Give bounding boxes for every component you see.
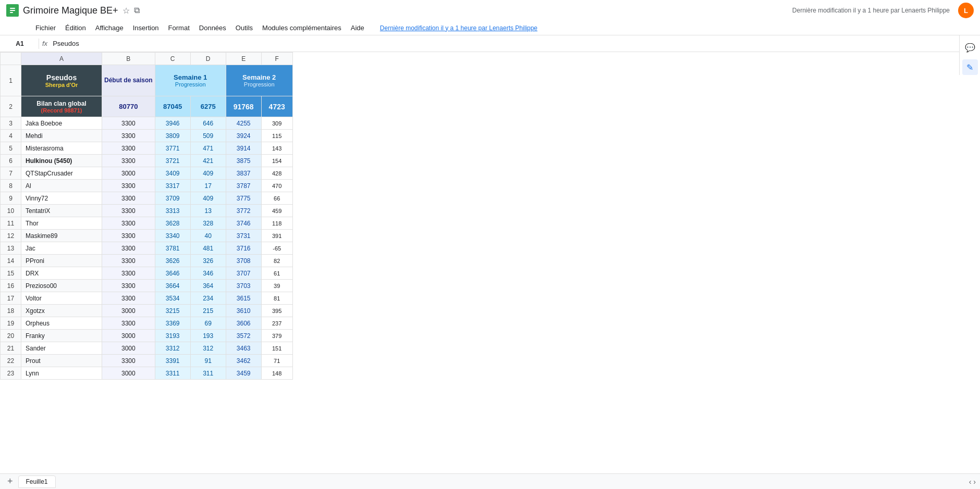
cell-e-21[interactable]: 3463 [226, 342, 261, 355]
cell-c-19[interactable]: 3369 [155, 317, 190, 330]
cell-b-16[interactable]: 3300 [102, 280, 155, 292]
col-header-c[interactable]: C [155, 53, 190, 65]
cell-b-20[interactable]: 3000 [102, 330, 155, 342]
cell-f-23[interactable]: 148 [261, 367, 292, 380]
cell-c-15[interactable]: 3646 [155, 267, 190, 280]
cell-e-19[interactable]: 3606 [226, 317, 261, 330]
menu-format[interactable]: Format [164, 22, 194, 33]
menu-donnees[interactable]: Données [195, 22, 230, 33]
cell-c-4[interactable]: 3809 [155, 130, 190, 142]
sheet-tab-1[interactable]: Feuille1 [18, 475, 56, 488]
cell-e-11[interactable]: 3746 [226, 217, 261, 230]
menu-modules[interactable]: Modules complémentaires [258, 22, 346, 33]
cell-d-23[interactable]: 311 [190, 367, 226, 380]
cell-b-23[interactable]: 3000 [102, 367, 155, 380]
cell-cd1[interactable]: Semaine 1 Progression [155, 65, 226, 96]
cell-f-12[interactable]: 391 [261, 230, 292, 242]
cell-d-9[interactable]: 409 [190, 192, 226, 205]
cell-e-4[interactable]: 3924 [226, 130, 261, 142]
cell-c-7[interactable]: 3409 [155, 167, 190, 180]
menu-aide[interactable]: Aide [347, 22, 369, 33]
cell-b-10[interactable]: 3300 [102, 205, 155, 217]
col-header-f[interactable]: F [261, 53, 292, 65]
cell-e-18[interactable]: 3610 [226, 305, 261, 317]
cell-e-13[interactable]: 3716 [226, 242, 261, 255]
cell-b-14[interactable]: 3300 [102, 255, 155, 267]
cell-b-19[interactable]: 3300 [102, 317, 155, 330]
cell-b-9[interactable]: 3300 [102, 192, 155, 205]
col-header-b[interactable]: B [102, 53, 155, 65]
cell-name-12[interactable]: Maskime89 [21, 230, 102, 242]
cell-f-10[interactable]: 459 [261, 205, 292, 217]
cell-d-4[interactable]: 509 [190, 130, 226, 142]
cell-d-14[interactable]: 326 [190, 255, 226, 267]
cell-b-5[interactable]: 3300 [102, 142, 155, 155]
cell-f-16[interactable]: 39 [261, 280, 292, 292]
cell-c-8[interactable]: 3317 [155, 180, 190, 192]
cell-e-16[interactable]: 3703 [226, 280, 261, 292]
cell-d-20[interactable]: 193 [190, 330, 226, 342]
cell-b-3[interactable]: 3300 [102, 117, 155, 130]
cell-name-16[interactable]: Prezioso00 [21, 280, 102, 292]
cell-f-4[interactable]: 115 [261, 130, 292, 142]
cell-name-14[interactable]: PProni [21, 255, 102, 267]
cell-name-13[interactable]: Jac [21, 242, 102, 255]
cell-c2[interactable]: 87045 [155, 96, 190, 117]
cell-f-9[interactable]: 66 [261, 192, 292, 205]
cell-f-5[interactable]: 143 [261, 142, 292, 155]
settings-panel-icon[interactable]: ✎ [962, 59, 978, 75]
cell-b2[interactable]: 80770 [102, 96, 155, 117]
cell-c-21[interactable]: 3312 [155, 342, 190, 355]
cell-d-6[interactable]: 421 [190, 155, 226, 167]
cell-name-5[interactable]: Misterasroma [21, 142, 102, 155]
cell-b-22[interactable]: 3300 [102, 355, 155, 367]
sheet-next[interactable]: › [973, 478, 976, 486]
cell-c-17[interactable]: 3534 [155, 292, 190, 305]
cell-d-11[interactable]: 328 [190, 217, 226, 230]
cell-f-19[interactable]: 237 [261, 317, 292, 330]
cell-d-19[interactable]: 69 [190, 317, 226, 330]
cell-c-22[interactable]: 3391 [155, 355, 190, 367]
cell-b-17[interactable]: 3300 [102, 292, 155, 305]
cell-c-3[interactable]: 3946 [155, 117, 190, 130]
cell-c-14[interactable]: 3626 [155, 255, 190, 267]
avatar[interactable]: L [958, 3, 974, 18]
cell-c-12[interactable]: 3340 [155, 230, 190, 242]
cell-name-22[interactable]: Prout [21, 355, 102, 367]
cell-f-14[interactable]: 82 [261, 255, 292, 267]
cell-f-22[interactable]: 71 [261, 355, 292, 367]
cell-a2[interactable]: Bilan clan global (Record 98871) [21, 96, 102, 117]
cell-c-23[interactable]: 3311 [155, 367, 190, 380]
cell-e-23[interactable]: 3459 [226, 367, 261, 380]
cell-e-5[interactable]: 3914 [226, 142, 261, 155]
folder-icon[interactable]: ⧉ [134, 6, 140, 15]
cell-f-18[interactable]: 395 [261, 305, 292, 317]
col-header-e[interactable]: E [226, 53, 261, 65]
cell-f-20[interactable]: 379 [261, 330, 292, 342]
chat-panel-icon[interactable]: 💬 [962, 40, 978, 55]
cell-e-15[interactable]: 3707 [226, 267, 261, 280]
cell-f-11[interactable]: 118 [261, 217, 292, 230]
cell-d-22[interactable]: 91 [190, 355, 226, 367]
cell-d-16[interactable]: 364 [190, 280, 226, 292]
cell-c-9[interactable]: 3709 [155, 192, 190, 205]
cell-c-11[interactable]: 3628 [155, 217, 190, 230]
cell-name-6[interactable]: Hulkinou (5450) [21, 155, 102, 167]
cell-e-8[interactable]: 3787 [226, 180, 261, 192]
cell-c-5[interactable]: 3771 [155, 142, 190, 155]
cell-c-16[interactable]: 3664 [155, 280, 190, 292]
sheet-prev[interactable]: ‹ [969, 478, 972, 486]
cell-d-18[interactable]: 215 [190, 305, 226, 317]
cell-f-7[interactable]: 428 [261, 167, 292, 180]
cell-b1[interactable]: Début de saison [102, 65, 155, 96]
cell-c-10[interactable]: 3313 [155, 205, 190, 217]
cell-e2[interactable]: 91768 [226, 96, 261, 117]
cell-e-20[interactable]: 3572 [226, 330, 261, 342]
cell-f-6[interactable]: 154 [261, 155, 292, 167]
cell-b-7[interactable]: 3000 [102, 167, 155, 180]
cell-d-7[interactable]: 409 [190, 167, 226, 180]
cell-e-7[interactable]: 3837 [226, 167, 261, 180]
menu-insertion[interactable]: Insertion [129, 22, 163, 33]
cell-name-15[interactable]: DRX [21, 267, 102, 280]
cell-c-20[interactable]: 3193 [155, 330, 190, 342]
